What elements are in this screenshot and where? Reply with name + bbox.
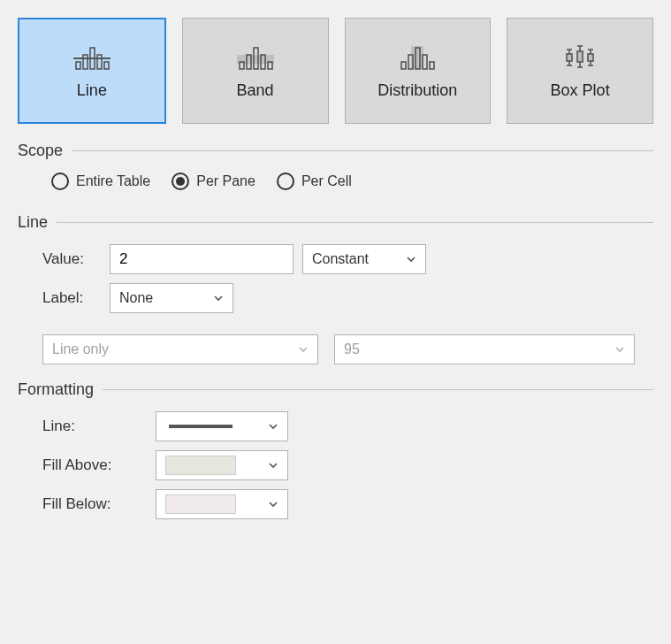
boxplot-reference-icon	[561, 42, 599, 73]
chevron-down-icon	[406, 254, 416, 264]
svg-rect-21	[567, 54, 572, 61]
reference-type-tabs: Line Band Distribution	[18, 18, 653, 124]
chevron-down-icon	[298, 344, 309, 355]
chevron-down-icon	[268, 460, 278, 471]
label-select-text: None	[119, 290, 153, 306]
svg-rect-3	[97, 55, 102, 69]
scope-entire-table-radio[interactable]: Entire Table	[51, 172, 150, 190]
radio-label: Per Pane	[196, 173, 255, 189]
svg-rect-29	[588, 54, 593, 61]
fill-above-label: Fill Above:	[42, 456, 147, 474]
svg-rect-25	[577, 51, 583, 62]
tab-band[interactable]: Band	[182, 18, 329, 124]
value-type-text: Constant	[312, 251, 369, 267]
fill-above-select[interactable]	[156, 450, 288, 480]
radio-icon	[277, 172, 294, 190]
tab-distribution-label: Distribution	[377, 81, 457, 100]
radio-label: Per Cell	[301, 173, 352, 189]
fill-below-label: Fill Below:	[42, 495, 147, 513]
svg-rect-13	[401, 62, 406, 69]
tab-line-label: Line	[77, 81, 107, 100]
svg-rect-1	[83, 55, 88, 69]
fill-above-swatch	[165, 456, 236, 475]
svg-rect-0	[76, 62, 80, 69]
radio-icon	[51, 172, 69, 190]
svg-rect-4	[104, 62, 109, 69]
line-style-swatch	[165, 425, 236, 428]
tab-boxplot[interactable]: Box Plot	[507, 18, 653, 124]
band-reference-icon	[237, 42, 274, 73]
radio-icon	[172, 172, 189, 190]
label-label: Label:	[42, 289, 101, 307]
scope-radio-group: Entire Table Per Pane Per Cell	[18, 172, 653, 190]
chevron-down-icon	[268, 499, 278, 510]
fill-mode-select: Line only	[42, 334, 318, 364]
chevron-down-icon	[268, 421, 278, 432]
value-type-select[interactable]: Constant	[302, 244, 426, 274]
line-style-select[interactable]	[156, 411, 288, 441]
svg-rect-14	[408, 55, 413, 69]
fill-below-swatch	[165, 494, 236, 514]
line-section-title: Line	[18, 213, 48, 232]
scope-section-title: Scope	[18, 142, 63, 160]
divider	[57, 222, 653, 223]
tab-boxplot-label: Box Plot	[551, 81, 610, 100]
formatting-section-title: Formatting	[18, 380, 94, 399]
label-select[interactable]: None	[110, 283, 233, 313]
confidence-select: 95	[334, 334, 635, 364]
scope-per-pane-radio[interactable]: Per Pane	[172, 172, 255, 190]
svg-rect-17	[430, 62, 434, 69]
tab-line[interactable]: Line	[18, 18, 166, 124]
divider	[72, 150, 653, 151]
chevron-down-icon	[213, 293, 224, 303]
line-reference-icon	[73, 42, 111, 73]
fill-below-select[interactable]	[156, 489, 288, 519]
value-label: Value:	[42, 250, 101, 268]
radio-label: Entire Table	[76, 173, 150, 189]
value-input[interactable]	[110, 244, 294, 274]
svg-rect-16	[423, 55, 427, 69]
distribution-reference-icon	[399, 42, 436, 73]
formatting-line-label: Line:	[42, 418, 147, 435]
scope-per-cell-radio[interactable]: Per Cell	[277, 172, 352, 190]
confidence-text: 95	[344, 341, 360, 357]
tab-distribution[interactable]: Distribution	[345, 18, 492, 124]
divider	[103, 389, 653, 390]
fill-mode-text: Line only	[52, 341, 109, 357]
chevron-down-icon	[614, 344, 625, 355]
tab-band-label: Band	[237, 81, 274, 100]
